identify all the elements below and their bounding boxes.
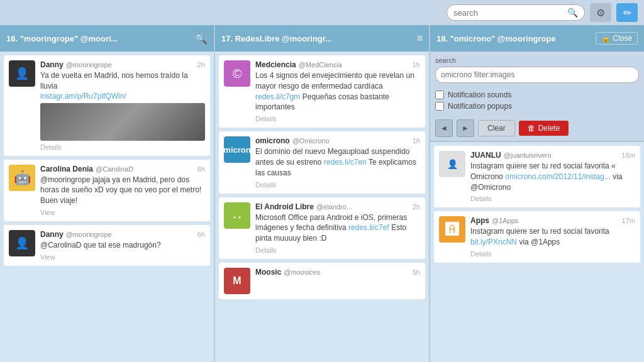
- col3-options: Notification sounds Notification popups: [430, 88, 644, 116]
- tweet-header: Medciencia @MedCiencia 1h: [255, 60, 420, 69]
- tweet-name: Carolina Denia: [40, 165, 93, 173]
- notification-sounds-checkbox[interactable]: [435, 90, 444, 99]
- column-1-title: 16. "mooringrope" @moori...: [6, 34, 191, 43]
- tweet-link[interactable]: bit.ly/PXncNN: [470, 238, 517, 246]
- settings-button[interactable]: ⚙: [590, 3, 611, 22]
- tweet-name: El Android Libre: [255, 202, 314, 211]
- delete-button[interactable]: 🗑 Delete: [519, 121, 569, 136]
- tweet-header: omicrono @Omicrono 1h: [255, 136, 420, 145]
- tweet-body: JUANLU @juanluisrivero 16m Instagram qui…: [470, 151, 635, 202]
- global-search-input[interactable]: [453, 8, 567, 18]
- col3-controls: ◄ ► Clear 🗑 Delete: [430, 116, 644, 141]
- avatar: 👤: [9, 60, 35, 87]
- tweet-name: Apps: [470, 216, 489, 225]
- tweet-item: 👤 Danny @mooringrope 6h @CarolinaD que t…: [4, 225, 210, 266]
- column-1-content: 👤 Danny @mooringrope 2h Ya de vuelta en …: [0, 52, 214, 362]
- tweet-item: 🅰 Apps @1Apps 17m Instagram quiere ser t…: [434, 211, 640, 263]
- tweet-action[interactable]: Details: [470, 195, 635, 202]
- avatar: 🤖: [9, 165, 35, 191]
- notification-popups-row[interactable]: Notification popups: [435, 102, 639, 111]
- compose-button[interactable]: ✏: [616, 3, 638, 22]
- notification-popups-checkbox[interactable]: [435, 102, 444, 111]
- tweet-item: 👤 JUANLU @juanluisrivero 16m Instagram q…: [434, 146, 640, 207]
- tweet-link[interactable]: redes.li/c7en: [324, 158, 367, 167]
- tweet-time: 1h: [413, 137, 420, 145]
- global-search-bar[interactable]: 🔍: [447, 4, 585, 21]
- app-header: 🔍 ⚙ ✏: [0, 0, 644, 25]
- tweet-text: Los 4 signos del envejecimiento que reve…: [255, 70, 420, 112]
- tweet-link[interactable]: instagr.am/p/Ru7plfQWin/: [40, 92, 205, 101]
- tweet-item: El Android Libre @elandro... 2h Microsof…: [219, 197, 425, 259]
- tweet-text: Ya de vuelta en Madrid, nos hemos traído…: [40, 70, 205, 92]
- tweet-header: Moosic @moosices 5h: [255, 268, 420, 277]
- avatar-img: 👤: [9, 230, 35, 256]
- tweet-body: Danny @mooringrope 6h @CarolinaD que tal…: [40, 230, 205, 261]
- tweet-action[interactable]: Details: [40, 143, 205, 151]
- tweet-header: Danny @mooringrope 2h: [40, 60, 205, 69]
- tweet-item: 👤 Danny @mooringrope 2h Ya de vuelta en …: [4, 55, 210, 156]
- tweet-header: JUANLU @juanluisrivero 16m: [470, 151, 635, 160]
- column-3-header: 18. "omicrono" @mooringrope 🔒 Close: [430, 25, 644, 52]
- tweet-handle: @elandro...: [316, 203, 352, 211]
- tweet-action[interactable]: Details: [470, 250, 635, 258]
- avatar: omicrono: [224, 136, 250, 163]
- tweet-item: © Medciencia @MedCiencia 1h Los 4 signos…: [219, 55, 425, 128]
- tweet-action[interactable]: Details: [255, 246, 420, 254]
- tweet-link[interactable]: omicrono.com/2012/11/instag...: [505, 172, 610, 181]
- avatar-img: 🤖: [9, 165, 35, 191]
- tweet-action[interactable]: Details: [255, 181, 420, 189]
- avatar: M: [224, 268, 250, 294]
- tweet-time: 6h: [197, 231, 205, 238]
- avatar-img: M: [224, 268, 250, 294]
- tweet-item: 🤖 Carolina Denia @CarolinaD 6h @mooringr…: [4, 160, 210, 221]
- column-2: 17. RedesLibre @mooringr... ≡ © Medcienc…: [215, 25, 430, 362]
- tweet-time: 6h: [197, 165, 205, 173]
- column-2-menu-icon[interactable]: ≡: [417, 33, 423, 44]
- avatar: 👤: [439, 151, 465, 177]
- next-button[interactable]: ►: [457, 119, 474, 137]
- tweet-handle: @Omicrono: [292, 137, 330, 145]
- tweet-text: Instagram quiere ser tu red social favor…: [470, 226, 635, 248]
- columns-container: 16. "mooringrope" @moori... 🔍 👤 Danny @m…: [0, 25, 644, 362]
- column-1-search-icon[interactable]: 🔍: [195, 33, 208, 45]
- tweet-text: El dominio del nuevo Megaupload suspendi…: [255, 146, 420, 178]
- avatar-img: 👤: [439, 151, 465, 177]
- avatar-img: omicrono: [224, 145, 250, 155]
- clear-button[interactable]: Clear: [478, 120, 515, 136]
- avatar-img: 👤: [9, 60, 35, 87]
- tweet-action[interactable]: View: [40, 209, 205, 216]
- tweet-text: Microsoft Office para Android e iOS, pri…: [255, 212, 420, 244]
- col3-tweets: 👤 JUANLU @juanluisrivero 16m Instagram q…: [430, 142, 644, 362]
- compose-icon: ✏: [623, 7, 631, 19]
- tweet-time: 17m: [622, 217, 635, 224]
- lock-icon: 🔒: [601, 34, 611, 43]
- global-search-button[interactable]: 🔍: [567, 8, 578, 18]
- tweet-time: 2h: [197, 61, 205, 69]
- tweet-text: Instagram quiere ser tu red social favor…: [470, 161, 635, 192]
- col3-search-input[interactable]: [435, 67, 639, 83]
- svg-point-7: [241, 209, 243, 211]
- tweet-action[interactable]: Details: [255, 115, 420, 123]
- tweet-image: [40, 103, 205, 141]
- close-button[interactable]: 🔒 Close: [596, 32, 638, 45]
- col3-search-area: search: [430, 52, 644, 88]
- tweet-handle: @1Apps: [492, 217, 518, 224]
- svg-rect-1: [230, 215, 244, 221]
- tweet-name: Medciencia: [255, 60, 296, 69]
- gear-icon: ⚙: [596, 7, 605, 19]
- tweet-header: Carolina Denia @CarolinaD 6h: [40, 165, 205, 173]
- column-1-header: 16. "mooringrope" @moori... 🔍: [0, 25, 214, 52]
- tweet-name: Danny: [40, 230, 64, 239]
- tweet-action[interactable]: View: [40, 253, 205, 261]
- svg-point-6: [232, 209, 234, 211]
- tweet-text: @CarolinaD que tal ese madrugón?: [40, 240, 205, 251]
- tweet-body: Danny @mooringrope 2h Ya de vuelta en Ma…: [40, 60, 205, 151]
- prev-button[interactable]: ◄: [435, 119, 453, 137]
- android-icon: [228, 206, 247, 225]
- tweet-item: M Moosic @moosices 5h: [219, 263, 425, 299]
- tweet-link[interactable]: redes.li/c7gm: [255, 92, 300, 101]
- notification-popups-label: Notification popups: [448, 102, 512, 111]
- tweet-link[interactable]: redes.li/c7ef: [348, 223, 389, 232]
- notification-sounds-label: Notification sounds: [448, 90, 511, 99]
- notification-sounds-row[interactable]: Notification sounds: [435, 90, 639, 99]
